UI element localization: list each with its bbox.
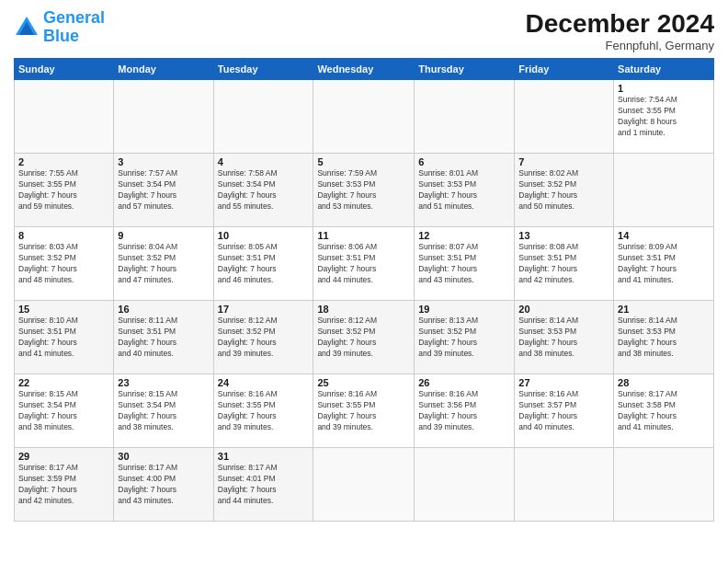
daylight: Daylight: 7 hours	[18, 411, 77, 420]
daylight: Daylight: 7 hours	[218, 190, 277, 200]
sunrise: Sunrise: 8:05 AM	[218, 242, 278, 251]
sunset: Sunset: 3:52 PM	[118, 253, 176, 262]
day-info: Sunrise: 8:15 AM Sunset: 3:54 PM Dayligh…	[118, 389, 209, 433]
sunrise: Sunrise: 8:16 AM	[518, 389, 578, 398]
day-info: Sunrise: 8:14 AM Sunset: 3:53 PM Dayligh…	[618, 316, 710, 360]
month-title: December 2024	[526, 9, 714, 39]
daylight-minutes: and 39 minutes.	[418, 349, 473, 358]
daylight-minutes: and 50 minutes.	[518, 201, 574, 211]
daylight-minutes: and 44 minutes.	[218, 496, 273, 505]
daylight: Daylight: 7 hours	[518, 411, 577, 420]
daylight-minutes: and 1 minute.	[618, 128, 665, 137]
daylight: Daylight: 7 hours	[118, 264, 176, 273]
daylight-minutes: and 38 minutes.	[18, 422, 74, 431]
day-info: Sunrise: 8:16 AM Sunset: 3:55 PM Dayligh…	[218, 389, 310, 433]
sunset: Sunset: 4:00 PM	[118, 474, 176, 483]
calendar-week-3: 15 Sunrise: 8:10 AM Sunset: 3:51 PM Dayl…	[15, 301, 714, 374]
daylight: Daylight: 7 hours	[18, 485, 77, 494]
daylight-minutes: and 59 minutes.	[18, 201, 74, 211]
daylight-minutes: and 44 minutes.	[317, 275, 372, 284]
day-info: Sunrise: 8:15 AM Sunset: 3:54 PM Dayligh…	[18, 389, 109, 433]
daylight-minutes: and 43 minutes.	[118, 496, 173, 505]
daylight: Daylight: 7 hours	[118, 485, 176, 494]
day-info: Sunrise: 8:01 AM Sunset: 3:53 PM Dayligh…	[418, 168, 510, 213]
day-number: 5	[317, 156, 410, 167]
title-area: December 2024 Fennpfuhl, Germany	[526, 9, 714, 52]
table-row: 1 Sunrise: 7:54 AM Sunset: 3:55 PM Dayli…	[614, 80, 714, 154]
table-row: 8 Sunrise: 8:03 AM Sunset: 3:52 PM Dayli…	[15, 227, 114, 301]
page: General Blue December 2024 Fennpfuhl, Ge…	[0, 0, 728, 563]
daylight-minutes: and 39 minutes.	[218, 422, 273, 431]
sunrise: Sunrise: 8:06 AM	[317, 242, 377, 251]
table-row: 30 Sunrise: 8:17 AM Sunset: 4:00 PM Dayl…	[114, 448, 213, 522]
table-row: 14 Sunrise: 8:09 AM Sunset: 3:51 PM Dayl…	[614, 227, 714, 301]
day-number: 9	[118, 230, 209, 241]
table-row: 18 Sunrise: 8:12 AM Sunset: 3:52 PM Dayl…	[313, 301, 415, 374]
day-info: Sunrise: 7:57 AM Sunset: 3:54 PM Dayligh…	[118, 168, 209, 213]
table-row: 7 Sunrise: 8:02 AM Sunset: 3:52 PM Dayli…	[515, 154, 614, 227]
daylight: Daylight: 7 hours	[18, 338, 77, 347]
sunset: Sunset: 3:54 PM	[218, 179, 276, 189]
daylight: Daylight: 7 hours	[218, 485, 277, 494]
sunset: Sunset: 3:58 PM	[618, 400, 676, 409]
day-number: 14	[618, 230, 710, 241]
day-info: Sunrise: 8:12 AM Sunset: 3:52 PM Dayligh…	[218, 316, 310, 360]
calendar-week-1: 2 Sunrise: 7:55 AM Sunset: 3:55 PM Dayli…	[15, 154, 714, 227]
table-row: 16 Sunrise: 8:11 AM Sunset: 3:51 PM Dayl…	[114, 301, 213, 374]
sunrise: Sunrise: 7:55 AM	[18, 168, 78, 178]
calendar-week-5: 29 Sunrise: 8:17 AM Sunset: 3:59 PM Dayl…	[15, 448, 714, 522]
table-row	[614, 448, 714, 522]
sunset: Sunset: 3:56 PM	[418, 400, 476, 409]
table-row: 3 Sunrise: 7:57 AM Sunset: 3:54 PM Dayli…	[114, 154, 213, 227]
sunrise: Sunrise: 8:03 AM	[18, 242, 78, 251]
day-number: 17	[218, 304, 310, 315]
table-row: 5 Sunrise: 7:59 AM Sunset: 3:53 PM Dayli…	[313, 154, 415, 227]
col-sunday: Sunday	[15, 59, 114, 80]
day-info: Sunrise: 8:06 AM Sunset: 3:51 PM Dayligh…	[317, 242, 410, 286]
daylight-minutes: and 41 minutes.	[618, 275, 673, 284]
sunrise: Sunrise: 8:17 AM	[18, 463, 78, 472]
day-number: 21	[618, 304, 710, 315]
table-row: 12 Sunrise: 8:07 AM Sunset: 3:51 PM Dayl…	[415, 227, 515, 301]
daylight-minutes: and 41 minutes.	[18, 349, 74, 358]
sunset: Sunset: 3:52 PM	[518, 179, 576, 189]
logo-icon	[14, 15, 40, 40]
sunrise: Sunrise: 8:14 AM	[518, 316, 578, 325]
day-number: 2	[18, 156, 109, 167]
day-info: Sunrise: 8:17 AM Sunset: 3:58 PM Dayligh…	[618, 389, 710, 433]
col-wednesday: Wednesday	[313, 59, 415, 80]
calendar-header: Sunday Monday Tuesday Wednesday Thursday…	[15, 59, 714, 80]
day-info: Sunrise: 8:16 AM Sunset: 3:55 PM Dayligh…	[317, 389, 410, 433]
sunset: Sunset: 3:51 PM	[18, 327, 76, 336]
day-number: 22	[18, 377, 109, 388]
day-number: 8	[18, 230, 109, 241]
day-number: 19	[418, 304, 510, 315]
day-number: 4	[218, 156, 310, 167]
day-info: Sunrise: 8:14 AM Sunset: 3:53 PM Dayligh…	[518, 316, 609, 360]
day-info: Sunrise: 7:54 AM Sunset: 3:55 PM Dayligh…	[618, 95, 710, 139]
table-row: 19 Sunrise: 8:13 AM Sunset: 3:52 PM Dayl…	[415, 301, 515, 374]
calendar-week-4: 22 Sunrise: 8:15 AM Sunset: 3:54 PM Dayl…	[15, 374, 714, 448]
sunset: Sunset: 3:52 PM	[18, 253, 76, 262]
daylight-minutes: and 53 minutes.	[317, 201, 372, 211]
daylight-minutes: and 46 minutes.	[218, 275, 273, 284]
day-info: Sunrise: 8:09 AM Sunset: 3:51 PM Dayligh…	[618, 242, 710, 286]
daylight: Daylight: 7 hours	[218, 338, 277, 347]
sunrise: Sunrise: 8:01 AM	[418, 168, 478, 178]
table-row	[415, 80, 515, 154]
sunset: Sunset: 3:54 PM	[18, 400, 76, 409]
daylight-minutes: and 38 minutes.	[518, 349, 574, 358]
table-row: 29 Sunrise: 8:17 AM Sunset: 3:59 PM Dayl…	[15, 448, 114, 522]
day-number: 6	[418, 156, 510, 167]
daylight-minutes: and 47 minutes.	[118, 275, 173, 284]
sunrise: Sunrise: 8:12 AM	[218, 316, 278, 325]
sunset: Sunset: 3:51 PM	[118, 327, 176, 336]
daylight: Daylight: 7 hours	[618, 264, 677, 273]
table-row: 2 Sunrise: 7:55 AM Sunset: 3:55 PM Dayli…	[15, 154, 114, 227]
daylight: Daylight: 7 hours	[118, 338, 176, 347]
day-number: 24	[218, 377, 310, 388]
daylight: Daylight: 7 hours	[418, 264, 477, 273]
day-info: Sunrise: 8:11 AM Sunset: 3:51 PM Dayligh…	[118, 316, 209, 360]
sunrise: Sunrise: 8:04 AM	[118, 242, 177, 251]
daylight: Daylight: 7 hours	[618, 411, 677, 420]
